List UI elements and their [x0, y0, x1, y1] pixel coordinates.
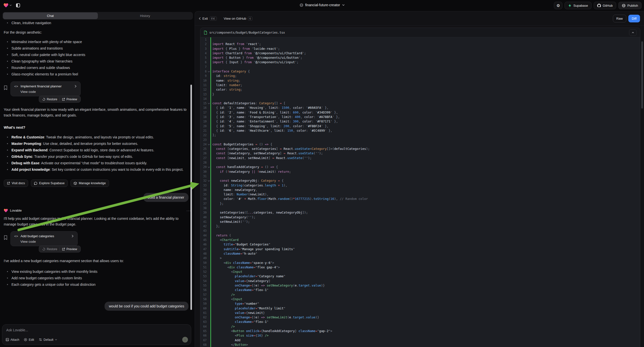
code-scrollbar-thumb[interactable] [641, 41, 643, 108]
line-number: 57 [200, 292, 209, 297]
diff-toggle-button[interactable]: Diff [628, 15, 640, 22]
fold-chevron-icon[interactable] [208, 144, 210, 145]
line-number: 60 [200, 306, 209, 311]
preview-button[interactable]: Preview [60, 248, 80, 251]
list-item: Soft, neutral color palette with light b… [4, 52, 191, 58]
model-selector[interactable]: Default [39, 338, 57, 342]
restore-icon [42, 98, 45, 101]
bullet-list: Clean, intuitive navigation [4, 21, 191, 26]
globe-icon [300, 3, 303, 7]
chat-message-list[interactable]: Clean, intuitive navigation For the desi… [0, 21, 195, 323]
code-line: 17 { id: '2', name: 'Food & Dining', lim… [200, 110, 640, 115]
line-number: 18 [200, 115, 209, 119]
code-line: 68 </Button> [200, 342, 640, 347]
line-number: 34 [200, 188, 209, 192]
assistant-name: Lovable [10, 208, 22, 212]
code-line: 4import ChartCard from '@/components/ui/… [200, 51, 640, 56]
fold-chevron-icon[interactable] [208, 166, 210, 168]
tab-history[interactable]: History [98, 12, 193, 19]
line-number: 27 [200, 156, 209, 160]
list-item: Add new budget categories with custom li… [4, 275, 191, 281]
fold-chevron-icon[interactable] [208, 180, 210, 181]
line-number: 11 [200, 83, 209, 87]
code-line: 37 }; [200, 202, 640, 206]
manage-knowledge-button[interactable]: Manage knowledge [70, 180, 109, 187]
attach-button[interactable]: Attach [6, 338, 19, 342]
line-number: 6 [200, 60, 209, 64]
code-line: 29 const handleAddCategory = () => { [200, 165, 640, 169]
tab-chat[interactable]: Chat [3, 12, 98, 19]
explore-supabase-button[interactable]: Explore Supabase [31, 180, 68, 187]
publish-button[interactable]: Publish [618, 2, 642, 9]
list-item: Minimalist interface with plenty of whit… [4, 38, 191, 45]
file-added-icon [204, 30, 207, 34]
code-line: 64 /> [200, 324, 640, 329]
user-message[interactable]: would be cool if you could add budget ca… [104, 302, 188, 311]
assistant-summary: Your sleek financial planner is now read… [4, 107, 191, 118]
code-line: 11 limit: number; [200, 83, 640, 87]
line-number: 4 [200, 51, 209, 56]
line-number: 43 [200, 228, 209, 233]
raw-toggle-button[interactable]: Raw [613, 15, 626, 22]
code-line: 47 subtitle="Manage your spending limits… [200, 247, 640, 252]
code-line: 7 [200, 65, 640, 69]
chat-panel: Chat History Clean, intuitive navigation… [0, 11, 195, 347]
code-line: 19 { id: '4', name: 'Entertainment', lim… [200, 119, 640, 124]
fold-chevron-icon[interactable] [208, 70, 210, 72]
line-number: 28 [200, 160, 209, 165]
restore-button[interactable]: Restore [40, 248, 60, 251]
project-name: financial-future-creator [305, 3, 340, 7]
code-line: 58 <Input [200, 297, 640, 302]
code-line: 9 id: string; [200, 74, 640, 78]
edit-mode-button[interactable]: Edit [24, 338, 34, 342]
chat-input[interactable] [6, 328, 187, 332]
restore-button[interactable]: Restore [40, 98, 60, 101]
code-editor[interactable]: 12import React from 'react';3import { Pl… [200, 37, 640, 347]
whats-next-item: Refine & Customize: Tweak the design, an… [4, 134, 191, 140]
code-line: 48 className="h-auto" [200, 252, 640, 256]
file-header[interactable]: src/components/budget/BudgetCategories.t… [200, 28, 640, 37]
quick-actions-row: Visit docs Explore Supabase Manage knowl… [4, 180, 191, 187]
bookmark-icon[interactable] [4, 86, 8, 90]
view-code-link[interactable]: View code [20, 240, 74, 244]
supabase-button[interactable]: Supabase [564, 2, 592, 9]
code-line: 15const defaultCategories: Category[] = … [200, 101, 640, 106]
settings-button[interactable]: ⚙ [554, 2, 562, 9]
line-number: 35 [200, 192, 209, 197]
version-card-add-budget-categories[interactable]: <> Add budget categories View code Resto… [10, 231, 78, 246]
panel-left-icon [16, 3, 20, 8]
code-line: 61 value={newLimit} [200, 311, 640, 315]
bookmark-icon[interactable] [4, 235, 8, 240]
exit-button[interactable]: Exit ESC [199, 16, 217, 21]
send-button[interactable]: ↑ [182, 337, 188, 342]
code-line: 33 id: String(categories.length + 1), [200, 183, 640, 188]
code-line: 66 <Plus size={16} /> [200, 333, 640, 338]
line-number: 14 [200, 96, 209, 101]
visit-docs-button[interactable]: Visit docs [4, 180, 28, 187]
version-card-implement-planner[interactable]: <> Implement financial planner View code… [10, 82, 81, 96]
chat-scrollbar-thumb[interactable] [190, 85, 192, 310]
lovable-heart-icon [4, 3, 8, 8]
code-line: 30 if (!newCategory || !newLimit) return… [200, 170, 640, 174]
code-line: 57 /> [200, 292, 640, 297]
line-number: 67 [200, 338, 209, 342]
fold-chevron-icon[interactable] [208, 102, 210, 104]
line-number: 19 [200, 119, 209, 124]
line-number: 52 [200, 270, 209, 274]
view-on-github-button[interactable]: View on GitHub G [224, 16, 252, 21]
collapse-file-button[interactable] [629, 29, 636, 36]
lovable-logo-menu[interactable] [4, 3, 12, 8]
preview-button[interactable]: Preview [60, 98, 80, 101]
project-switcher[interactable]: financial-future-creator [300, 3, 344, 7]
code-line: 32 const newCategoryObj: Category = { [200, 178, 640, 183]
code-line: 56 className="flex-1" [200, 288, 640, 292]
code-line: 27 const [newLimit, setNewLimit] = React… [200, 156, 640, 160]
code-line: 6import { Input } from '@/components/ui/… [200, 60, 640, 64]
github-button[interactable]: GitHub [594, 2, 616, 9]
line-number: 25 [200, 146, 209, 151]
view-code-link[interactable]: View code [20, 90, 76, 94]
list-item: Subtle animations and transitions [4, 45, 191, 52]
chat-history-tabs: Chat History [2, 12, 193, 20]
code-line: 34 name: newCategory, [200, 188, 640, 192]
toggle-sidebar-button[interactable] [14, 2, 22, 9]
